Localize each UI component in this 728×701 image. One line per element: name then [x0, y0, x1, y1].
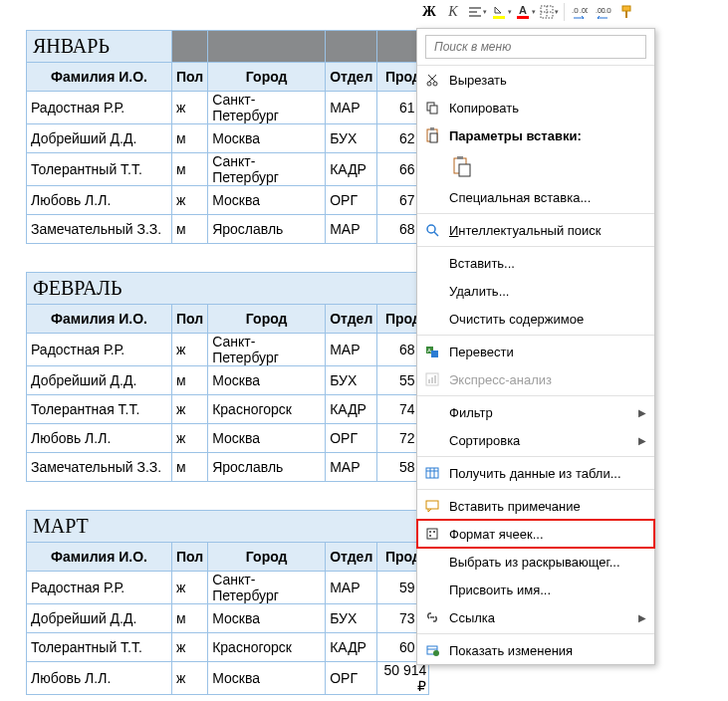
menu-item-clear[interactable]: Очистить содержимое — [417, 305, 654, 333]
menu-item-sort[interactable]: Сортировка ▶ — [417, 426, 654, 454]
column-header[interactable]: Фамилия И.О. — [27, 305, 172, 334]
menu-item-table-data[interactable]: Получить данные из табли... — [417, 459, 654, 487]
cell[interactable]: Радостная Р.Р. — [27, 334, 172, 366]
menu-item-delete[interactable]: Удалить... — [417, 277, 654, 305]
cell[interactable]: Москва — [208, 662, 326, 695]
menu-search-input[interactable] — [425, 35, 646, 59]
column-header[interactable]: Город — [208, 305, 326, 334]
menu-item-insert-comment[interactable]: Вставить примечание — [417, 492, 654, 520]
cell[interactable]: МАР — [326, 334, 377, 366]
cell[interactable]: КАДР — [326, 633, 377, 662]
cell[interactable]: ж — [172, 424, 208, 453]
cell[interactable]: м — [172, 366, 208, 395]
italic-button[interactable]: К — [442, 2, 464, 22]
cell[interactable]: Любовь Л.Л. — [27, 186, 172, 215]
cell[interactable]: Любовь Л.Л. — [27, 662, 172, 695]
format-painter-button[interactable] — [616, 2, 638, 22]
menu-item-copy[interactable]: Копировать — [417, 94, 654, 121]
cell[interactable]: Любовь Л.Л. — [27, 424, 172, 453]
month-title[interactable]: ЯНВАРЬ — [27, 31, 172, 63]
cell[interactable]: Красногорск — [208, 633, 326, 662]
font-color-button[interactable]: A ▾ — [514, 2, 536, 22]
menu-item-translate[interactable]: A Перевести — [417, 338, 654, 365]
cell[interactable]: Москва — [208, 124, 326, 153]
menu-item-assign-name[interactable]: Присвоить имя... — [417, 576, 654, 603]
selected-cell[interactable] — [208, 31, 326, 63]
cell[interactable]: 50 914 ₽ — [377, 662, 429, 695]
cell[interactable]: БУХ — [326, 366, 377, 395]
cell[interactable]: ж — [172, 662, 208, 695]
column-header[interactable]: Отдел — [326, 543, 377, 572]
increase-decimal-button[interactable]: .0.00 — [569, 2, 591, 22]
cell[interactable]: Москва — [208, 424, 326, 453]
menu-item-filter[interactable]: Фильтр ▶ — [417, 398, 654, 426]
cell[interactable]: Добрейший Д.Д. — [27, 124, 172, 153]
cell[interactable]: БУХ — [326, 604, 377, 633]
cell[interactable]: МАР — [326, 92, 377, 124]
fill-color-button[interactable]: ▾ — [490, 2, 512, 22]
cell[interactable]: Москва — [208, 186, 326, 215]
column-header[interactable]: Пол — [172, 63, 208, 92]
cell[interactable]: Толерантный Т.Т. — [27, 633, 172, 662]
column-header[interactable]: Отдел — [326, 305, 377, 334]
borders-button[interactable]: ▾ — [538, 2, 560, 22]
selected-cell[interactable] — [326, 31, 377, 63]
menu-item-cut[interactable]: Вырезать — [417, 66, 654, 94]
column-header[interactable]: Пол — [172, 305, 208, 334]
menu-item-dropdown-pick[interactable]: Выбрать из раскрывающег... — [417, 548, 654, 576]
cell[interactable]: Добрейший Д.Д. — [27, 604, 172, 633]
paste-option-default[interactable] — [449, 153, 475, 179]
column-header[interactable]: Отдел — [326, 63, 377, 92]
menu-item-smart-lookup[interactable]: Интеллектуальный поиск — [417, 216, 654, 244]
cell[interactable]: Добрейший Д.Д. — [27, 366, 172, 395]
cell[interactable]: Радостная Р.Р. — [27, 92, 172, 124]
cell[interactable]: КАДР — [326, 153, 377, 186]
cell[interactable]: ОРГ — [326, 186, 377, 215]
menu-item-show-changes[interactable]: Показать изменения — [417, 636, 654, 664]
cell[interactable]: Москва — [208, 604, 326, 633]
column-header[interactable]: Город — [208, 543, 326, 572]
column-header[interactable]: Город — [208, 63, 326, 92]
cell[interactable]: Замечательный З.З. — [27, 453, 172, 482]
bold-button[interactable]: Ж — [418, 2, 440, 22]
month-title[interactable]: МАРТ — [27, 511, 429, 543]
cell[interactable]: Толерантная Т.Т. — [27, 395, 172, 424]
selected-cell[interactable] — [172, 31, 208, 63]
cell[interactable]: ж — [172, 395, 208, 424]
column-header[interactable]: Пол — [172, 543, 208, 572]
cell[interactable]: Ярославль — [208, 453, 326, 482]
cell[interactable]: ж — [172, 92, 208, 124]
column-header[interactable]: Фамилия И.О. — [27, 543, 172, 572]
menu-item-link[interactable]: Ссылка ▶ — [417, 603, 654, 631]
cell[interactable]: м — [172, 124, 208, 153]
menu-item-special-paste[interactable]: Специальная вставка... — [417, 183, 654, 211]
cell[interactable]: КАДР — [326, 395, 377, 424]
cell[interactable]: Толерантный Т.Т. — [27, 153, 172, 186]
cell[interactable]: ОРГ — [326, 662, 377, 695]
cell[interactable]: ж — [172, 334, 208, 366]
cell[interactable]: ж — [172, 633, 208, 662]
cell[interactable]: Санкт-Петербург — [208, 153, 326, 186]
cell[interactable]: ОРГ — [326, 424, 377, 453]
cell[interactable]: Санкт-Петербург — [208, 334, 326, 366]
cell[interactable]: ж — [172, 572, 208, 604]
decrease-decimal-button[interactable]: .00.0 — [593, 2, 614, 22]
cell[interactable]: МАР — [326, 572, 377, 604]
cell[interactable]: м — [172, 215, 208, 244]
month-title[interactable]: ФЕВРАЛЬ — [27, 273, 429, 305]
cell[interactable]: БУХ — [326, 124, 377, 153]
cell[interactable]: Красногорск — [208, 395, 326, 424]
cell[interactable]: МАР — [326, 453, 377, 482]
menu-item-format-cells[interactable]: Формат ячеек... — [417, 520, 654, 548]
align-button[interactable]: ▾ — [466, 2, 488, 22]
cell[interactable]: Санкт-Петербург — [208, 92, 326, 124]
column-header[interactable]: Фамилия И.О. — [27, 63, 172, 92]
menu-item-insert[interactable]: Вставить... — [417, 249, 654, 277]
cell[interactable]: Москва — [208, 366, 326, 395]
cell[interactable]: МАР — [326, 215, 377, 244]
cell[interactable]: м — [172, 153, 208, 186]
cell[interactable]: Санкт-Петербург — [208, 572, 326, 604]
cell[interactable]: м — [172, 604, 208, 633]
cell[interactable]: Радостная Р.Р. — [27, 572, 172, 604]
cell[interactable]: ж — [172, 186, 208, 215]
